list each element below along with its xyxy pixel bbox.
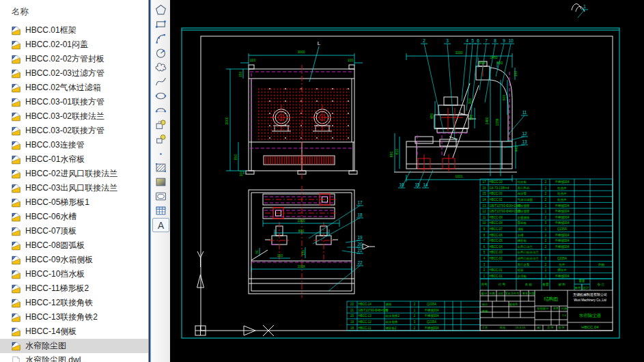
file-list-item-水帘除尘图[interactable]: 水帘除尘图 <box>0 339 148 353</box>
tool-icon-insert-block <box>155 119 167 130</box>
bom-main-cell: 3 <box>545 221 547 225</box>
bom-main-cell: 2 <box>484 268 486 272</box>
file-name-label: HBCC-14侧板 <box>25 326 76 337</box>
tool-arc[interactable] <box>152 31 169 46</box>
balloon-number: 20 <box>357 242 363 247</box>
file-list-item-HBCC.02-01闷盖[interactable]: HBCC.02-01闷盖 <box>0 38 148 52</box>
dimension-label: 100 <box>250 58 256 62</box>
dwg-file-icon <box>11 112 21 122</box>
tool-gradient[interactable] <box>152 175 169 189</box>
title-block-label: Wuxi Machinery Co.,Ltd <box>574 298 606 302</box>
file-list-item-HBCC-08圆弧板[interactable]: HBCC-08圆弧板 <box>0 238 148 253</box>
file-list-item-HBCC-06水槽[interactable]: HBCC-06水槽 <box>0 210 148 224</box>
bom-main-cell: 2 <box>545 180 547 184</box>
bom-main-cell: 不锈钢304 <box>555 221 570 225</box>
file-list-item-HBCC-12联接角铁[interactable]: HBCC-12联接角铁 <box>0 296 148 310</box>
bom-main-cell: HBCC-09 <box>490 216 503 219</box>
bom-main-cell: HBCC-06 <box>490 234 503 237</box>
tool-icon-region <box>155 191 167 202</box>
balloon-number: 9 <box>503 38 505 43</box>
file-list-item-HBCC.02-02方管封板[interactable]: HBCC.02-02方管封板 <box>0 52 148 66</box>
file-list-item-HBCC-09水箱侧板[interactable]: HBCC-09水箱侧板 <box>0 253 148 267</box>
file-name-label: HBCC-09水箱侧板 <box>25 254 93 266</box>
file-list-item-HBCC-02进风口联接法兰[interactable]: HBCC-02进风口联接法兰 <box>0 167 148 181</box>
bom-secondary-cell: Q235A <box>427 303 436 306</box>
file-name-label: HBCC-02进风口联接法兰 <box>25 168 117 180</box>
bom-main-cell: 6 <box>545 257 547 260</box>
tool-ellipse[interactable] <box>152 89 169 103</box>
file-list-item-HBCC-05梯形板1[interactable]: HBCC-05梯形板1 <box>0 195 148 210</box>
title-block-label: 共 张 <box>547 326 554 329</box>
bom-main-cell: 出风口联接法兰 <box>518 251 540 254</box>
file-list-item-HBCC-07顶板[interactable]: HBCC-07顶板 <box>0 224 148 238</box>
dimension-label: 610 <box>395 149 399 155</box>
tool-point[interactable] <box>152 146 169 161</box>
file-list-column-header[interactable]: 名称 <box>0 0 148 23</box>
bom-main-cell: 5 <box>484 251 486 254</box>
file-list-item-HBCC.01框架[interactable]: HBCC.01框架 <box>0 23 148 38</box>
file-list-item-HBCC.02-03过滤方管[interactable]: HBCC.02-03过滤方管 <box>0 66 148 81</box>
tool-rectangle[interactable] <box>152 17 169 31</box>
bom-main-cell: 水帘板 <box>518 275 527 278</box>
title-block-label: 水帘除尘器 <box>579 313 602 318</box>
tool-hatch[interactable] <box>152 161 169 175</box>
cad-model-space[interactable]: 30001001001502000850100L3200145040045015… <box>170 0 644 362</box>
bom-main-cell: HBCC-03 <box>490 251 503 254</box>
bom-main-cell: 不锈钢304 <box>555 215 570 219</box>
title-block-label: 比例 <box>561 307 567 311</box>
bom-main-cell: 2 <box>545 245 547 249</box>
tool-insert-block[interactable] <box>152 117 169 132</box>
tool-region[interactable] <box>152 189 169 204</box>
dimension-label: 480 <box>430 113 434 120</box>
file-list: HBCC.01框架 HBCC.02-01闷盖 HBCC.02-02方管封板 <box>0 23 148 362</box>
file-list-item-HBCC-11梯形板2[interactable]: HBCC-11梯形板2 <box>0 281 148 296</box>
tool-spline[interactable] <box>152 74 169 89</box>
file-list-item-HBCC.03-02联接法兰[interactable]: HBCC.03-02联接法兰 <box>0 109 148 124</box>
tool-circle[interactable] <box>152 46 169 60</box>
dwg-file-icon <box>11 284 21 294</box>
file-list-item-HBCC.03-02联接方管[interactable]: HBCC.03-02联接方管 <box>0 124 148 138</box>
title-block-label: 15-3-16 <box>516 326 526 329</box>
tool-polygon[interactable] <box>152 3 169 17</box>
tool-revision-cloud[interactable] <box>152 60 169 74</box>
dwg-file-icon <box>11 26 21 36</box>
bom-secondary-cell: 19 <box>350 320 354 324</box>
bom-main-cell: 11 <box>483 216 486 219</box>
dimension-label: 2000 <box>225 117 229 124</box>
file-list-item-水帘除尘图.dwl[interactable]: 水帘除尘图.dwl <box>0 353 148 362</box>
bom-main-cell: 进风口联接法兰 <box>518 257 540 260</box>
file-list-item-HBCC-14侧板[interactable]: HBCC-14侧板 <box>0 324 148 339</box>
bom-main-header: 备 注 <box>598 283 605 286</box>
file-name-label: 水帘除尘图.dwl <box>25 354 81 362</box>
bom-main-cell: 6 <box>484 245 486 249</box>
tool-table[interactable] <box>152 204 169 218</box>
balloon-number: 4 <box>466 38 468 43</box>
file-list-item-HBCC-10挡水板[interactable]: HBCC-10挡水板 <box>0 267 148 281</box>
dimension-label: 441 <box>514 146 518 152</box>
bom-main-cell: HBCC-07 <box>490 227 503 231</box>
file-list-item-HBCC.02气体过滤箱[interactable]: HBCC.02气体过滤箱 <box>0 81 148 95</box>
file-list-item-HBCC-03出风口联接法兰[interactable]: HBCC-03出风口联接法兰 <box>0 181 148 195</box>
file-list-item-HBCC-13联接角铁2[interactable]: HBCC-13联接角铁2 <box>0 310 148 324</box>
bom-secondary-cell: HBCC-13 <box>359 314 372 318</box>
title-block-label: 质量 <box>553 307 559 310</box>
tool-ellipse-arc[interactable] <box>152 103 169 117</box>
title-block-label: 无锡机械制造有限公司 <box>573 292 607 297</box>
dwg-file-icon <box>11 141 21 150</box>
bom-secondary-cell: 2 <box>414 303 416 306</box>
dwg-file-icon <box>11 255 21 265</box>
balloon-number: 3 <box>446 38 449 43</box>
title-block-label: 第 张 <box>558 326 565 329</box>
bom-main-cell: 2 <box>545 198 547 201</box>
file-list-item-HBCC-01水帘板[interactable]: HBCC-01水帘板 <box>0 152 148 167</box>
file-name-label: HBCC.03-01联接方管 <box>25 96 104 108</box>
file-list-item-HBCC.03连接管[interactable]: HBCC.03连接管 <box>0 138 148 152</box>
file-name-label: HBCC.02-03过滤方管 <box>25 68 104 79</box>
tool-make-block[interactable] <box>152 132 169 146</box>
file-list-item-HBCC.03-01联接方管[interactable]: HBCC.03-01联接方管 <box>0 95 148 109</box>
bom-main-cell: 2 <box>545 239 547 242</box>
bom-secondary-cell: GB/T13793-Φ48×626 <box>359 309 389 312</box>
bom-main-cell: 12 <box>482 210 486 213</box>
bom-secondary-cell: 联接角铁2 <box>386 314 400 318</box>
tool-multiline-text[interactable] <box>152 218 169 232</box>
